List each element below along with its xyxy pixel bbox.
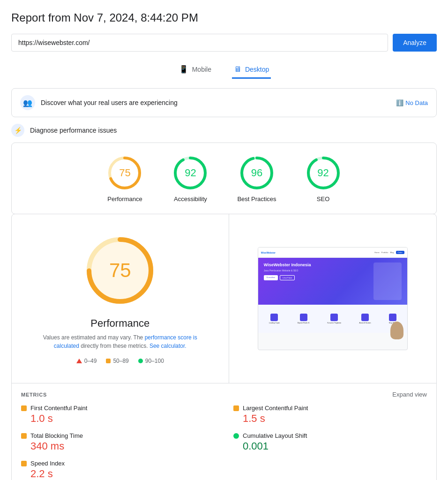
ss-person: [390, 322, 403, 339]
analyze-button[interactable]: Analyze: [393, 34, 437, 52]
metric-fcp: First Contentful Paint 1.0 s: [21, 405, 215, 425]
score-label-accessibility: Accessibility: [174, 195, 207, 202]
metric-si-value: 2.2 s: [21, 468, 215, 480]
metric-tbt: Total Blocking Time 340 ms: [21, 432, 215, 452]
metric-cls: Cumulative Layout Shift 0.001: [233, 432, 427, 452]
metric-fcp-status: [21, 405, 27, 411]
metrics-grid: First Contentful Paint 1.0 s Largest Con…: [21, 405, 427, 480]
metric-tbt-name-row: Total Blocking Time: [21, 432, 215, 439]
score-number-seo: 92: [317, 167, 329, 179]
score-item-performance: 75 Performance: [106, 154, 143, 202]
ss-hero-text: WiseWebster Indonesia Jasa Pembuatan Web…: [264, 262, 369, 300]
ss-btn2: Lihat Paket: [280, 275, 295, 280]
ss-feature-1: Loading Cepat: [269, 314, 280, 324]
legend-pass-label: 90–100: [145, 358, 164, 364]
url-bar-row: Analyze: [11, 34, 437, 52]
tab-mobile[interactable]: 📱 Mobile: [177, 61, 213, 79]
metric-si: Speed Index 2.2 s: [21, 460, 215, 480]
metric-fcp-value: 1.0 s: [21, 412, 215, 425]
ss-hero-btns: Konsultasi Lihat Paket: [264, 275, 369, 280]
ss-feature-icon-1: [270, 314, 278, 321]
discover-banner-left: 👥 Discover what your real users are expe…: [20, 95, 178, 110]
metric-lcp-name: Largest Contentful Paint: [243, 405, 308, 412]
ss-feature-label-1: Loading Cepat: [269, 322, 280, 324]
metric-lcp: Largest Contentful Paint 1.5 s: [233, 405, 427, 425]
metric-lcp-status: [233, 405, 239, 411]
ss-feature-icon-2: [300, 314, 307, 321]
ss-btn1: Konsultasi: [264, 275, 278, 280]
ss-feature-4: Aman & Sustain: [359, 314, 371, 324]
score-label-best-practices: Best Practices: [237, 195, 276, 202]
ss-feature-icon-4: [361, 314, 369, 321]
url-input[interactable]: [11, 34, 388, 52]
score-label-performance: Performance: [107, 195, 142, 202]
site-screenshot: WiseWebster HomePortfolioBlog Order Wise…: [258, 247, 408, 350]
detail-right: WiseWebster HomePortfolioBlog Order Wise…: [229, 214, 437, 383]
score-number-best-practices: 96: [251, 167, 262, 179]
metric-cls-value: 0.001: [233, 440, 427, 452]
tab-desktop-label: Desktop: [245, 66, 269, 73]
metric-cls-status: [233, 433, 239, 439]
ss-feature-label-2: Dijamin Rank #1: [298, 322, 310, 324]
detail-title: Performance: [90, 317, 149, 330]
tab-mobile-label: Mobile: [192, 66, 211, 73]
legend-pass: 90–100: [138, 358, 164, 364]
score-circle-accessibility: 92: [172, 154, 209, 192]
metric-tbt-name: Total Blocking Time: [30, 432, 83, 439]
scores-row: 75 Performance 92 Accessibility: [23, 154, 425, 202]
detail-left: 75 Performance Values are estimated and …: [12, 214, 229, 383]
ss-hero-img: [373, 262, 402, 300]
metric-lcp-name-row: Largest Contentful Paint: [233, 405, 427, 412]
score-item-accessibility: 92 Accessibility: [172, 154, 209, 202]
ss-feature-3: Konversi Tingkatan: [328, 314, 342, 324]
score-circle-seo: 92: [305, 154, 342, 192]
no-data-link[interactable]: ℹ️ No Data: [396, 99, 428, 106]
diagnose-section-header: ⚡ Diagnose performance issues: [11, 124, 437, 137]
ss-hero: WiseWebster Indonesia Jasa Pembuatan Web…: [258, 258, 407, 305]
tab-desktop[interactable]: 🖥 Desktop: [232, 61, 271, 79]
legend-average-label: 50–89: [113, 358, 128, 364]
discover-banner: 👥 Discover what your real users are expe…: [11, 88, 437, 117]
big-score-number: 75: [109, 259, 131, 282]
legend-row: 0–49 50–89 90–100: [76, 358, 164, 364]
legend-fail-icon: [76, 359, 82, 363]
ss-nav: HomePortfolioBlog: [374, 251, 394, 254]
detail-top: 75 Performance Values are estimated and …: [12, 214, 436, 383]
expand-view-link[interactable]: Expand view: [392, 391, 427, 398]
ss-header: WiseWebster HomePortfolioBlog Order: [258, 248, 407, 258]
metric-si-status: [21, 461, 27, 466]
score-label-seo: SEO: [317, 195, 329, 202]
metric-si-name: Speed Index: [30, 460, 65, 467]
page-title: Report from Nov 7, 2024, 8:44:20 PM: [11, 11, 437, 24]
ss-logo: WiseWebster: [261, 251, 276, 254]
metric-tbt-status: [21, 433, 27, 439]
ss-features: Loading Cepat Dijamin Rank #1 Konversi T…: [258, 305, 407, 333]
ss-cta: Order: [396, 251, 404, 254]
big-score-circle: 75: [82, 233, 157, 308]
metric-fcp-name: First Contentful Paint: [30, 405, 87, 412]
legend-average: 50–89: [106, 358, 128, 364]
metric-lcp-value: 1.5 s: [233, 412, 427, 425]
metric-si-name-row: Speed Index: [21, 460, 215, 467]
scores-card: 75 Performance 92 Accessibility: [11, 142, 437, 214]
metrics-section: METRICS Expand view First Contentful Pai…: [12, 383, 436, 480]
tabs-row: 📱 Mobile 🖥 Desktop: [11, 61, 437, 79]
calculator-link[interactable]: See calculator.: [149, 343, 187, 349]
ss-feature-label-4: Aman & Sustain: [359, 322, 371, 324]
ss-hero-title: WiseWebster Indonesia: [264, 262, 369, 267]
detail-card: 75 Performance Values are estimated and …: [11, 214, 437, 480]
diagnose-icon: ⚡: [11, 124, 24, 137]
ss-feature-icon-3: [330, 314, 338, 321]
score-item-best-practices: 96 Best Practices: [237, 154, 276, 202]
ss-feature-label-3: Konversi Tingkatan: [328, 322, 342, 324]
diagnose-section-title: Diagnose performance issues: [30, 127, 117, 134]
no-data-label: No Data: [405, 99, 428, 106]
ss-feature-2: Dijamin Rank #1: [298, 314, 310, 324]
score-number-accessibility: 92: [185, 167, 196, 179]
detail-desc: Values are estimated and may vary. The p…: [40, 333, 200, 350]
metric-cls-name: Cumulative Layout Shift: [243, 432, 307, 439]
metric-fcp-name-row: First Contentful Paint: [21, 405, 215, 412]
score-item-seo: 92 SEO: [305, 154, 342, 202]
metric-cls-name-row: Cumulative Layout Shift: [233, 432, 427, 439]
score-circle-performance: 75: [106, 154, 143, 192]
